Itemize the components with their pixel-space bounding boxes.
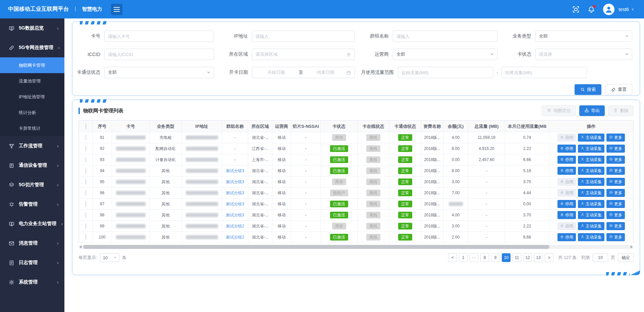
sidebar-subitem-1[interactable]: 流量池管理: [0, 73, 64, 89]
disable-button[interactable]: 停用: [557, 167, 576, 175]
sidebar-item-7[interactable]: 消息管理∨: [0, 233, 64, 253]
row-checkbox[interactable]: [86, 157, 86, 162]
page-button-13[interactable]: 13: [534, 253, 543, 262]
goto-confirm-button[interactable]: 确定: [618, 253, 634, 262]
group-link[interactable]: 测试分组2: [226, 224, 244, 228]
disable-button[interactable]: 停用: [557, 211, 576, 219]
collect-button[interactable]: 主动采集: [578, 200, 604, 208]
group-link[interactable]: 测试分组3: [226, 191, 244, 195]
select-all-checkbox[interactable]: [86, 123, 86, 129]
disable-button[interactable]: 停用: [557, 233, 576, 241]
reset-button[interactable]: 重置: [605, 84, 632, 95]
collect-button[interactable]: 主动采集: [578, 134, 604, 142]
page-button-10[interactable]: 10: [502, 253, 511, 262]
more-button[interactable]: 更多: [606, 189, 625, 197]
prev-page-button[interactable]: <: [448, 253, 457, 262]
more-button[interactable]: 更多: [606, 145, 625, 153]
collect-button[interactable]: 主动采集: [578, 178, 604, 186]
card-number-field-input[interactable]: [108, 34, 210, 39]
collect-button[interactable]: 主动采集: [578, 145, 604, 153]
sidebar-subitem-3[interactable]: 统计分析: [0, 105, 64, 120]
row-checkbox[interactable]: [86, 179, 86, 185]
collect-button[interactable]: 主动采集: [578, 167, 604, 175]
collect-button[interactable]: 主动采集: [578, 211, 604, 219]
sidebar-item-8[interactable]: 日志管理∨: [0, 253, 64, 272]
disable-button[interactable]: 停用: [557, 156, 576, 164]
more-button[interactable]: 更多: [606, 167, 625, 175]
row-checkbox[interactable]: [86, 135, 86, 140]
page-button-1[interactable]: 1: [459, 253, 468, 262]
row-checkbox[interactable]: [86, 201, 86, 207]
circle-minus-icon: [609, 168, 613, 173]
goto-page-input[interactable]: [593, 253, 608, 262]
scroll-right-arrow-icon[interactable]: [631, 246, 633, 248]
business-type-select[interactable]: 全部: [535, 31, 632, 42]
username[interactable]: test6: [619, 7, 629, 12]
collect-button[interactable]: 主动采集: [578, 189, 604, 197]
disable-button[interactable]: 停用: [557, 145, 576, 153]
collect-button[interactable]: 主动采集: [578, 222, 604, 230]
group-link[interactable]: 测试分组2: [226, 235, 244, 240]
sidebar-item-4[interactable]: 5G切片管理∨: [0, 175, 64, 195]
more-button[interactable]: 更多: [606, 156, 625, 164]
region-select[interactable]: 请选择区域: [252, 49, 355, 60]
row-checkbox[interactable]: [86, 168, 86, 173]
iccid-field-input[interactable]: [108, 52, 210, 57]
scrollbar-thumb[interactable]: [83, 245, 549, 249]
group-name-field-input[interactable]: [396, 34, 494, 39]
page-button-12[interactable]: 12: [523, 253, 532, 262]
page-size-unit: 条: [122, 255, 126, 261]
page-button-8[interactable]: 8: [480, 253, 489, 262]
page-button-11[interactable]: 11: [513, 253, 521, 262]
collect-button[interactable]: 主动采集: [578, 156, 604, 164]
more-button[interactable]: 更多: [606, 178, 625, 186]
sidebar-item-3[interactable]: 通信设备管理∨: [0, 156, 64, 175]
group-link[interactable]: 测试分组3: [226, 179, 244, 184]
collect-button[interactable]: 主动采集: [578, 233, 604, 241]
comm-status-select[interactable]: 全部: [104, 67, 214, 78]
ip-address-field-input[interactable]: [256, 34, 351, 39]
row-checkbox[interactable]: [86, 146, 86, 151]
group-link[interactable]: 测试分组3: [226, 168, 244, 173]
sidebar-subitem-0[interactable]: 物联网卡管理: [0, 57, 64, 73]
page-size-select[interactable]: 10: [100, 253, 119, 262]
search-button[interactable]: 搜索: [575, 84, 601, 95]
flow-end-input[interactable]: [505, 70, 583, 75]
page-ellipsis-button[interactable]: ···: [470, 253, 478, 262]
disable-button[interactable]: 停用: [557, 200, 576, 208]
row-checkbox[interactable]: [86, 190, 86, 196]
sidebar-item-1[interactable]: 5G专网连接管理∧: [0, 38, 64, 57]
group-link[interactable]: 测试分组3: [226, 213, 244, 217]
row-checkbox[interactable]: [86, 212, 86, 218]
avatar[interactable]: [603, 4, 614, 15]
flow-start-input[interactable]: [401, 70, 490, 75]
group-link[interactable]: 测试分组3: [226, 202, 244, 206]
sidebar-subitem-4[interactable]: 卡异常统计: [0, 120, 64, 136]
sidebar-item-0[interactable]: 5G数据总览∨: [0, 18, 64, 38]
row-checkbox[interactable]: [86, 235, 86, 240]
sidebar-item-9[interactable]: 系统管理∨: [0, 272, 64, 292]
export-button[interactable]: 导出: [579, 105, 605, 116]
sidebar-collapse-button[interactable]: [111, 4, 122, 15]
horizontal-scrollbar[interactable]: [78, 245, 634, 249]
sidebar-item-2[interactable]: 工作流管理∨: [0, 136, 64, 156]
more-button[interactable]: 更多: [606, 233, 625, 241]
sidebar-subitem-2[interactable]: IP地址池管理: [0, 89, 64, 105]
scroll-left-arrow-icon[interactable]: [79, 246, 82, 248]
notification-bell-icon[interactable]: [588, 6, 595, 13]
open-date-range[interactable]: 开始日期至结束日期: [252, 67, 355, 78]
chevron-down-icon[interactable]: ∨: [632, 7, 634, 11]
more-button[interactable]: 更多: [606, 211, 625, 219]
row-checkbox[interactable]: [86, 223, 86, 229]
sidebar-item-5[interactable]: 告警管理∨: [0, 195, 64, 214]
page-button-9[interactable]: 9: [491, 253, 500, 262]
more-button[interactable]: 更多: [606, 200, 625, 208]
fullscreen-icon[interactable]: [572, 6, 580, 13]
more-button[interactable]: 更多: [606, 134, 625, 142]
page-size-control: 每页显示: 10 条: [78, 253, 126, 262]
card-status-select[interactable]: 请选择: [535, 49, 632, 60]
sidebar-item-6[interactable]: 电力业务主站管理∨: [0, 214, 64, 233]
carrier-select[interactable]: 全部: [393, 49, 497, 60]
more-button[interactable]: 更多: [606, 222, 625, 230]
next-page-button[interactable]: >: [545, 253, 553, 262]
